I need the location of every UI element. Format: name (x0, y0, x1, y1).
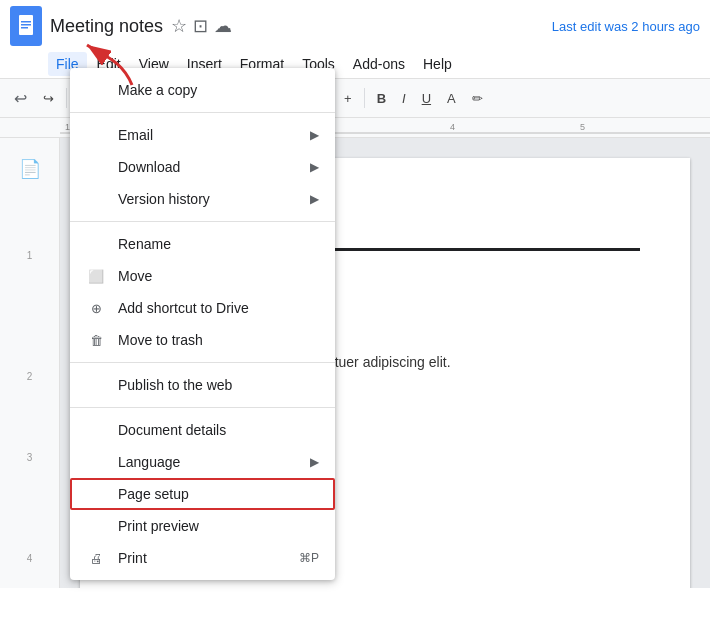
menu-item-addons[interactable]: Add-ons (345, 52, 413, 76)
menu-language[interactable]: Language ▶ (70, 446, 335, 478)
menu-download[interactable]: Download ▶ (70, 151, 335, 183)
svg-rect-1 (21, 21, 31, 23)
file-dropdown-menu: Make a copy Email ▶ Download ▶ Version h… (70, 68, 335, 580)
rename-label: Rename (118, 236, 319, 252)
svg-text:5: 5 (580, 122, 585, 132)
font-size-increase[interactable]: + (338, 87, 358, 110)
folder-icon[interactable]: ⊡ (193, 15, 208, 37)
bold-button[interactable]: B (371, 87, 392, 110)
menu-print[interactable]: 🖨 Print ⌘P (70, 542, 335, 574)
cloud-icon[interactable]: ☁ (214, 15, 232, 37)
menu-email[interactable]: Email ▶ (70, 119, 335, 151)
email-submenu-arrow: ▶ (310, 128, 319, 142)
menu-move-trash[interactable]: 🗑 Move to trash (70, 324, 335, 356)
menu-doc-details[interactable]: Document details (70, 414, 335, 446)
underline-button[interactable]: U (416, 87, 437, 110)
print-label: Print (118, 550, 287, 566)
move-icon: ⬜ (86, 269, 106, 284)
svg-rect-2 (21, 24, 31, 26)
left-panel: 📄 1 2 3 4 (0, 138, 60, 588)
italic-button[interactable]: I (396, 87, 412, 110)
divider-3 (70, 362, 335, 363)
page-number-2: 2 (27, 371, 33, 382)
doc-title-row: Meeting notes ☆ ⊡ ☁ (50, 15, 544, 37)
menu-add-shortcut[interactable]: ⊕ Add shortcut to Drive (70, 292, 335, 324)
add-shortcut-label: Add shortcut to Drive (118, 300, 319, 316)
redo-button[interactable]: ↪ (37, 87, 60, 110)
divider-4 (70, 407, 335, 408)
top-bar: Meeting notes ☆ ⊡ ☁ Last edit was 2 hour… (0, 0, 710, 50)
version-history-label: Version history (118, 191, 298, 207)
print-shortcut: ⌘P (299, 551, 319, 565)
title-area: Meeting notes ☆ ⊡ ☁ (50, 15, 544, 37)
page-number-1: 1 (27, 250, 33, 261)
toolbar-divider-4 (364, 88, 365, 108)
star-icon[interactable]: ☆ (171, 15, 187, 37)
menu-make-copy[interactable]: Make a copy (70, 74, 335, 106)
menu-move[interactable]: ⬜ Move (70, 260, 335, 292)
language-submenu-arrow: ▶ (310, 455, 319, 469)
menu-print-preview[interactable]: Print preview (70, 510, 335, 542)
divider-2 (70, 221, 335, 222)
page-setup-label: Page setup (118, 486, 319, 502)
add-shortcut-icon: ⊕ (86, 301, 106, 316)
move-label: Move (118, 268, 319, 284)
highlight-button[interactable]: ✏ (466, 87, 489, 110)
move-trash-label: Move to trash (118, 332, 319, 348)
undo-button[interactable]: ↩ (8, 85, 33, 112)
title-icons: ☆ ⊡ ☁ (171, 15, 232, 37)
doc-details-label: Document details (118, 422, 319, 438)
menu-publish[interactable]: Publish to the web (70, 369, 335, 401)
left-panel-doc-icon[interactable]: 📄 (19, 158, 41, 180)
make-copy-label: Make a copy (118, 82, 319, 98)
email-label: Email (118, 127, 298, 143)
menu-rename[interactable]: Rename (70, 228, 335, 260)
language-label: Language (118, 454, 298, 470)
menu-version-history[interactable]: Version history ▶ (70, 183, 335, 215)
page-number-4: 4 (27, 553, 33, 564)
version-history-submenu-arrow: ▶ (310, 192, 319, 206)
last-edit-text: Last edit was 2 hours ago (552, 19, 700, 34)
doc-title-text: Meeting notes (50, 16, 163, 37)
svg-rect-3 (21, 27, 28, 29)
font-color-button[interactable]: A (441, 87, 462, 110)
divider-1 (70, 112, 335, 113)
menu-page-setup[interactable]: Page setup (70, 478, 335, 510)
print-preview-label: Print preview (118, 518, 319, 534)
page-number-3: 3 (27, 452, 33, 463)
print-icon: 🖨 (86, 551, 106, 566)
publish-label: Publish to the web (118, 377, 319, 393)
app-icon (10, 6, 42, 46)
download-submenu-arrow: ▶ (310, 160, 319, 174)
toolbar-divider-1 (66, 88, 67, 108)
svg-text:4: 4 (450, 122, 455, 132)
download-label: Download (118, 159, 298, 175)
menu-item-help[interactable]: Help (415, 52, 460, 76)
trash-icon: 🗑 (86, 333, 106, 348)
